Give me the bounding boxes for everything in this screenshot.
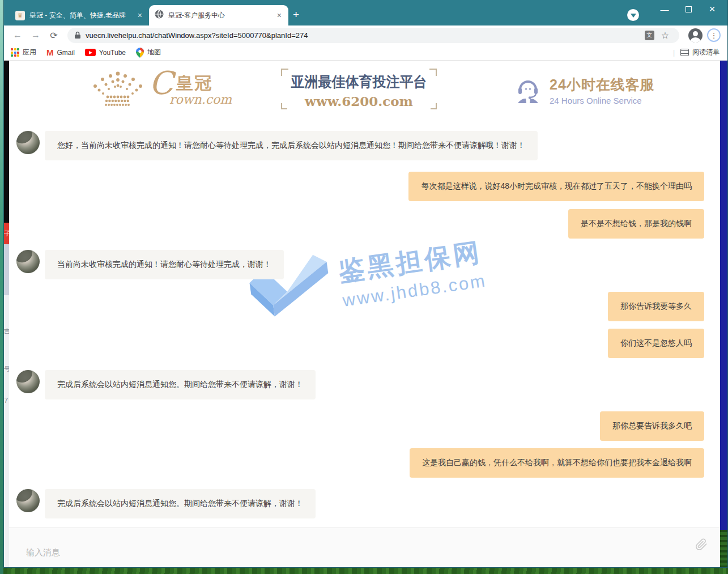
agent-avatar xyxy=(16,250,40,273)
message-bubble: 你们这不是忽悠人吗 xyxy=(608,329,704,358)
watermark-url: www.jhdb8.com xyxy=(341,271,488,311)
chrome-update-icon[interactable] xyxy=(627,9,639,21)
chat-message-left: 完成后系统会以站内短消息通知您。期间给您带来不便请谅解，谢谢！ xyxy=(16,489,316,518)
back-icon[interactable]: ← xyxy=(10,28,25,42)
chat-header: C 皇冠 rown.com 亚洲最佳体育投注平台 www.6200.com xyxy=(9,61,720,118)
bookmark-star-icon[interactable]: ☆ xyxy=(661,30,669,41)
logo-domain-text: rown.com xyxy=(169,92,232,107)
lock-icon xyxy=(74,31,81,39)
service-subtitle: 24 Hours Online Service xyxy=(550,96,655,105)
logo-cn-text: 皇冠 xyxy=(176,72,212,95)
url-text: vuecn.livehelpu.chat/chatWindow.aspx?sit… xyxy=(86,31,308,40)
crown-favicon-icon: ♛ xyxy=(15,11,25,20)
message-bubble: 完成后系统会以站内短消息通知您。期间给您带来不便请谅解，谢谢！ xyxy=(45,370,316,399)
message-bubble: 那你告诉我要等多久 xyxy=(608,292,704,321)
bookmark-maps[interactable]: 地图 xyxy=(136,48,161,58)
tab-crown-home[interactable]: ♛ 皇冠 - 安全、简单、快捷.老品牌 × xyxy=(10,5,149,25)
message-bubble: 当前尚未收审核完成的通知！请您耐心等待处理完成，谢谢！ xyxy=(45,250,284,279)
reading-list-icon xyxy=(680,49,689,56)
edge-text-fragment: 吉 xyxy=(4,327,9,335)
service-title: 24小时在线客服 xyxy=(550,75,655,94)
bookmark-apps[interactable]: 应用 xyxy=(11,48,36,57)
window-controls: — × xyxy=(653,2,724,16)
watermark: 鉴黑担保网 www.jhdb8.com xyxy=(244,231,488,327)
bookmark-label: YouTube xyxy=(99,49,126,57)
message-input[interactable] xyxy=(9,528,720,567)
tab-strip: ♛ 皇冠 - 安全、简单、快捷.老品牌 × 皇冠-客户服务中心 × + xyxy=(10,5,299,25)
crown-logo: C 皇冠 rown.com xyxy=(91,70,262,110)
reading-list-label: 阅读清单 xyxy=(692,48,720,57)
message-bubble: 完成后系统会以站内短消息通知您。期间给您带来不便请谅解，谢谢！ xyxy=(45,489,316,518)
bookmark-gmail[interactable]: M Gmail xyxy=(46,48,75,57)
agent-avatar xyxy=(16,489,40,512)
chat-input-bar xyxy=(9,528,720,567)
customer-service-icon xyxy=(514,77,542,104)
chat-message-right: 是不是不想给钱，那是我的钱啊 xyxy=(568,209,704,239)
bookmark-label: 地图 xyxy=(147,48,161,57)
tab-close-icon[interactable]: × xyxy=(276,11,283,20)
underlying-page-right-edge xyxy=(720,61,727,530)
banner-title: 亚洲最佳体育投注平台 xyxy=(290,73,428,92)
message-bubble: 您好，当前尚未收审核完成的通知！请您耐心等待处理完成，完成后系统会以站内短消息通… xyxy=(45,131,538,160)
chat-message-right: 这是我自己赢的钱，凭什么不给我啊，就算不想给你们也要把我本金退给我啊 xyxy=(410,448,704,478)
close-window-button[interactable]: × xyxy=(700,2,724,16)
reload-icon[interactable]: ⟳ xyxy=(46,28,61,42)
divider: | xyxy=(673,49,675,57)
underlying-page-left-edge: 子 吉 号 7 xyxy=(4,61,9,567)
new-tab-button[interactable]: + xyxy=(293,8,299,21)
gmail-icon: M xyxy=(46,48,54,57)
chat-message-left: 完成后系统会以站内短消息通知您。期间给您带来不便请谅解，谢谢！ xyxy=(16,370,316,399)
translate-icon[interactable]: 文 xyxy=(645,31,654,40)
globe-favicon-icon xyxy=(155,10,164,21)
bookmark-label: 应用 xyxy=(23,48,36,57)
message-bubble: 这是我自己赢的钱，凭什么不给我啊，就算不想给你们也要把我本金退给我啊 xyxy=(410,448,704,478)
message-bubble: 那你总要告诉我多久吧 xyxy=(600,411,704,441)
edge-text-fragment: 号 xyxy=(4,365,9,373)
maximize-button[interactable] xyxy=(676,2,700,16)
browser-window: ♛ 皇冠 - 安全、简单、快捷.老品牌 × 皇冠-客户服务中心 × + xyxy=(3,0,728,568)
bookmark-label: Gmail xyxy=(57,49,75,57)
edge-text-fragment: 7 xyxy=(4,396,9,405)
chat-message-right: 那你总要告诉我多久吧 xyxy=(600,411,704,441)
message-bubble: 是不是不想给钱，那是我的钱啊 xyxy=(568,209,704,239)
tab-close-icon[interactable]: × xyxy=(137,11,143,20)
chat-message-right: 你们这不是忽悠人吗 xyxy=(608,329,704,358)
page-viewport: 子 吉 号 7 × xyxy=(4,61,727,567)
forward-icon[interactable]: → xyxy=(28,28,43,42)
chat-message-left: 您好，当前尚未收审核完成的通知！请您耐心等待处理完成，完成后系统会以站内短消息通… xyxy=(16,131,538,160)
attachment-paperclip-icon[interactable] xyxy=(695,538,708,551)
minimize-button[interactable]: — xyxy=(653,2,676,16)
chat-message-right: 那你告诉我要等多久 xyxy=(608,292,704,321)
tab-label: 皇冠 - 安全、简单、快捷.老品牌 xyxy=(29,11,132,20)
tab-service-center[interactable]: 皇冠-客户服务中心 × xyxy=(149,5,288,25)
message-bubble: 每次都是这样说，说好48小时完成审核，现在都过了五天了，不能换个理由吗 xyxy=(408,172,704,201)
edge-text-fragment: 子 xyxy=(4,229,9,237)
agent-avatar xyxy=(16,131,40,154)
apps-grid-icon xyxy=(11,48,19,57)
maximize-icon xyxy=(686,6,692,12)
maps-pin-icon xyxy=(136,48,144,58)
bookmarks-bar: 应用 M Gmail YouTube 地图 | 阅读清单 xyxy=(4,45,727,61)
crown-logo-text: C 皇冠 rown.com xyxy=(149,70,262,108)
service-badge: 24小时在线客服 24 Hours Online Service xyxy=(514,75,655,105)
toolbar-right: ⋮ xyxy=(684,28,723,42)
browser-menu-icon[interactable]: ⋮ xyxy=(707,28,721,42)
banner-url: www.6200.com xyxy=(290,93,428,109)
reading-list-button[interactable]: 阅读清单 xyxy=(680,48,720,57)
chat-message-right: 每次都是这样说，说好48小时完成审核，现在都过了五天了，不能换个理由吗 xyxy=(408,172,704,201)
youtube-icon xyxy=(85,49,96,56)
profile-avatar[interactable] xyxy=(688,28,703,42)
wallpaper-right-corner xyxy=(720,530,727,567)
chat-window: × xyxy=(9,61,720,567)
watermark-title: 鉴黑担保网 xyxy=(336,235,484,290)
chat-message-left: 当前尚未收审核完成的通知！请您耐心等待处理完成，谢谢！ xyxy=(16,250,284,279)
browser-titlebar: ♛ 皇冠 - 安全、简单、快捷.老品牌 × 皇冠-客户服务中心 × + xyxy=(4,0,727,25)
promo-banner: 亚洲最佳体育投注平台 www.6200.com xyxy=(281,69,437,109)
agent-avatar xyxy=(16,370,40,393)
crown-dots-icon xyxy=(91,70,146,110)
tab-label: 皇冠-客户服务中心 xyxy=(168,11,271,20)
address-bar[interactable]: vuecn.livehelpu.chat/chatWindow.aspx?sit… xyxy=(67,28,679,43)
bookmark-youtube[interactable]: YouTube xyxy=(85,49,126,57)
browser-toolbar: ← → ⟳ vuecn.livehelpu.chat/chatWindow.as… xyxy=(4,25,727,45)
